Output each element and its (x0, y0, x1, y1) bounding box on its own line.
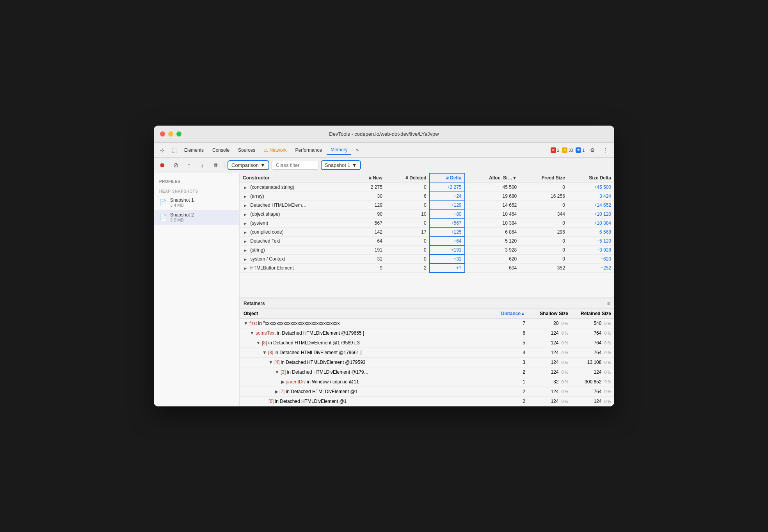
retainer-shallow: 124 0 % (528, 348, 571, 357)
expand-icon[interactable]: ▶ (243, 230, 247, 235)
retainer-retained: 124 0 % (571, 397, 614, 406)
retainer-row[interactable]: ▼[4] in Detached HTMLDivElement @179593 … (240, 358, 614, 367)
info-count: 1 (582, 148, 585, 153)
record-button[interactable]: ⏺ (157, 160, 168, 171)
retainer-object: [6] in Detached HTMLDivElement @1 (240, 397, 489, 406)
retainer-keyword: [3] (281, 369, 286, 375)
retainer-row[interactable]: ▶parentDiv in Window / cdpn.io @11 1 32 … (240, 377, 614, 387)
ret-header-distance[interactable]: Distance▲ (489, 309, 528, 318)
col-constructor[interactable]: Constructor (240, 173, 354, 183)
retainer-row[interactable]: [6] in Detached HTMLDivElement @1 2 124 … (240, 397, 614, 406)
retainer-retained-pct: 9 % (604, 380, 611, 384)
cell-deleted: 6 (386, 192, 430, 201)
close-button[interactable] (160, 131, 165, 137)
retainer-keyword: [4] (274, 360, 279, 365)
snapshot-dropdown[interactable]: Snapshot 1 ▼ (321, 160, 361, 170)
cell-freed: 0 (520, 201, 568, 210)
retainer-text: in Window / cdpn.io @11 (306, 379, 359, 385)
dropdown-arrow-icon: ▼ (260, 162, 265, 168)
table-row[interactable]: ▶ HTMLButtonElement 9 2 +7 604 352 +252 (240, 264, 614, 273)
col-size-delta[interactable]: Size Delta (568, 173, 614, 183)
table-row[interactable]: ▶ (array) 30 6 +24 19 680 16 256 +3 424 (240, 192, 614, 201)
retainer-row[interactable]: ▼[8] in Detached HTMLDivElement @179661 … (240, 348, 614, 358)
tab-network[interactable]: ⚠ Network (260, 146, 290, 154)
retainer-distance: 2 (489, 397, 528, 406)
table-row[interactable]: ▶ (concatenated string) 2 275 0 +2 275 4… (240, 183, 614, 192)
expand-icon[interactable]: ▶ (243, 185, 247, 190)
more-options-icon[interactable]: ⋮ (600, 145, 611, 156)
snapshot-item-2[interactable]: 📄 Snapshot 2 3.5 MB (154, 210, 239, 225)
retainer-row[interactable]: ▼[8] in Detached HTMLDivElement @179589 … (240, 338, 614, 348)
cell-delta: +567 (430, 219, 465, 228)
cell-freed: 344 (520, 210, 568, 219)
expand-icon[interactable]: ▶ (243, 203, 247, 208)
expand-icon[interactable]: ▶ (243, 194, 247, 199)
tab-console[interactable]: Console (208, 146, 233, 154)
cell-delta: +64 (430, 237, 465, 246)
retainer-retained: 124 0 % (571, 367, 614, 377)
inspect-icon[interactable]: ⬚ (169, 145, 180, 156)
snapshot-info-2: Snapshot 2 3.5 MB (170, 212, 234, 222)
ret-header-object[interactable]: Object (240, 309, 489, 318)
tab-sources[interactable]: Sources (234, 146, 259, 154)
cell-constructor: ▶ (string) (240, 246, 354, 255)
expand-icon[interactable]: ▶ (243, 266, 247, 271)
table-row[interactable]: ▶ (compiled code) 142 17 +125 6 864 296 … (240, 228, 614, 237)
cell-new: 191 (354, 246, 386, 255)
cell-new: 2 275 (354, 183, 386, 192)
tab-elements[interactable]: Elements (180, 146, 208, 154)
retainer-row[interactable]: ▼someText in Detached HTMLDivElement @17… (240, 328, 614, 338)
retainer-arrow-icon: ▶ (281, 379, 284, 385)
table-row[interactable]: ▶ Detached Text 64 0 +64 5 120 0 +5 120 (240, 237, 614, 246)
comparison-dropdown[interactable]: Comparison ▼ (228, 160, 269, 170)
upload-button[interactable]: ↑ (183, 160, 194, 171)
trash-icon[interactable]: 🗑 (210, 160, 221, 171)
expand-icon[interactable]: ▶ (243, 239, 247, 244)
class-filter-input[interactable] (272, 161, 318, 170)
expand-icon[interactable]: ▶ (243, 248, 247, 253)
expand-icon[interactable]: ▶ (243, 257, 247, 262)
col-new[interactable]: # New (354, 173, 386, 183)
retainer-arrow-icon: ▼ (256, 340, 261, 346)
table-row[interactable]: ▶ system / Context 31 0 +31 620 0 +620 (240, 255, 614, 264)
cell-new: 64 (354, 237, 386, 246)
cursor-icon[interactable]: ⊹ (157, 145, 168, 156)
retainer-shallow: 124 0 % (528, 367, 571, 377)
cell-new: 9 (354, 264, 386, 273)
retainer-object: ▼[4] in Detached HTMLDivElement @179593 (240, 358, 489, 367)
tab-memory[interactable]: Memory (327, 145, 351, 155)
cell-deleted: 2 (386, 264, 430, 273)
cell-freed: 296 (520, 228, 568, 237)
table-row[interactable]: ▶ (string) 191 0 +191 3 928 0 +3 928 (240, 246, 614, 255)
maximize-button[interactable] (176, 131, 181, 137)
tab-performance[interactable]: Performance (291, 146, 326, 154)
tab-more[interactable]: » (352, 146, 363, 154)
table-row[interactable]: ▶ (system) 567 0 +567 10 384 0 +10 384 (240, 219, 614, 228)
settings-icon[interactable]: ⚙ (587, 145, 598, 156)
col-delta[interactable]: # Delta (430, 173, 465, 183)
snapshot-name-2: Snapshot 2 (170, 212, 234, 218)
snapshot-item-1[interactable]: 📄 Snapshot 1 3.4 MB (154, 195, 239, 210)
retainer-object: ▼[8] in Detached HTMLDivElement @179589 … (240, 338, 489, 348)
expand-icon[interactable]: ▶ (243, 212, 247, 217)
retainer-row[interactable]: ▼[3] in Detached HTMLDivElement @179… 2 … (240, 367, 614, 377)
ret-header-shallow[interactable]: Shallow Size (528, 309, 571, 318)
clear-button[interactable]: ⊘ (170, 160, 181, 171)
retainer-arrow-icon: ▼ (275, 369, 279, 375)
col-freed[interactable]: Freed Size (520, 173, 568, 183)
download-button[interactable]: ↓ (197, 160, 208, 171)
expand-icon[interactable]: ▶ (243, 221, 247, 226)
snapshot-size-1: 3.4 MB (170, 203, 234, 207)
table-row[interactable]: ▶ (object shape) 90 10 +80 10 464 344 +1… (240, 210, 614, 219)
retainer-row[interactable]: ▶[7] in Detached HTMLDivElement @1 2 124… (240, 387, 614, 397)
minimize-button[interactable] (168, 131, 173, 137)
retainer-object: ▶[7] in Detached HTMLDivElement @1 (240, 387, 489, 396)
col-alloc[interactable]: Alloc. Si…▼ (465, 173, 520, 183)
ret-header-retained[interactable]: Retained Size (571, 309, 614, 318)
retainer-shallow: 32 0 % (528, 377, 571, 387)
col-deleted[interactable]: # Deleted (386, 173, 430, 183)
retainers-title: Retainers (244, 301, 265, 306)
retainer-row[interactable]: ▼first in "xxxxxxxxxxxxxxxxxxxxxxxxxxxxx… (240, 319, 614, 328)
cell-constructor: ▶ (concatenated string) (240, 183, 354, 192)
table-row[interactable]: ▶ Detached HTMLDivElem… 129 0 +129 14 65… (240, 201, 614, 210)
